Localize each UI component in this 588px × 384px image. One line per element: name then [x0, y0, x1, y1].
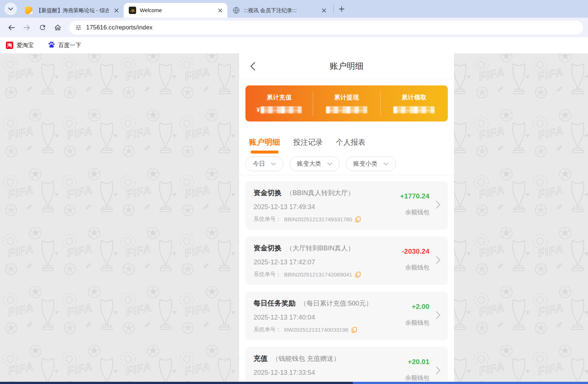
masked-amount — [326, 106, 367, 113]
record-item[interactable]: 充值 （钱能钱包 充值赠送） 2025-12-13 17:33:54 系统单号：… — [245, 347, 448, 382]
home-button[interactable] — [52, 21, 64, 34]
order-label: 系统单号： — [254, 216, 281, 223]
chevron-down-icon — [327, 162, 332, 166]
tab-welcome[interactable]: Welcome — [124, 3, 227, 18]
plus-icon — [339, 6, 344, 12]
browser-toolbar: 175616.cc/reports/index — [0, 18, 588, 37]
record-amount: -2030.24 — [402, 247, 429, 256]
tab-search-button[interactable] — [4, 3, 17, 15]
filter-label: 今日 — [253, 160, 265, 168]
record-time: 2025-12-13 17:49:34 — [254, 203, 393, 211]
record-item[interactable]: 资金切换 （大厅转到BBIN真人） 2025-12-13 17:42:07 系统… — [245, 236, 448, 285]
back-button[interactable] — [5, 21, 18, 34]
order-number: BBIN202512131749331780 — [284, 216, 352, 222]
account-detail-panel: 账户明细 累计充值 ¥ 累计提现 累计领取 账户明细 投注记录 个人报表 — [239, 53, 454, 382]
tab-title: Welcome — [140, 7, 213, 13]
new-tab-button[interactable] — [336, 3, 347, 14]
record-time: 2025-12-13 17:33:54 — [254, 369, 393, 377]
summary-value-masked: ¥ — [256, 106, 302, 114]
record-time: 2025-12-13 17:40:04 — [254, 314, 393, 321]
summary-value-masked — [326, 106, 367, 114]
filter-label: 账变小类 — [353, 160, 378, 168]
masked-amount — [393, 106, 435, 113]
record-wallet: 余额钱包 — [405, 208, 429, 216]
filter-minor-category-dropdown[interactable]: 账变小类 — [346, 156, 396, 171]
chevron-right-icon[interactable] — [436, 201, 440, 210]
record-time: 2025-12-13 17:42:07 — [254, 258, 393, 266]
masked-amount — [261, 106, 302, 113]
bookmark-label: 爱淘宝 — [17, 42, 34, 49]
copy-icon[interactable] — [351, 327, 357, 333]
forum-favicon-icon — [25, 7, 32, 14]
order-label: 系统单号： — [254, 326, 281, 333]
summary-total-deposit: 累计充值 ¥ — [245, 85, 313, 121]
filter-date-dropdown[interactable]: 今日 — [245, 156, 283, 171]
tab-title: :::视讯 会员下注纪录::: — [244, 7, 316, 14]
copy-icon[interactable] — [355, 216, 361, 222]
tab-bet-records[interactable]: 投注记录 — [293, 137, 323, 154]
order-number: RW202512131740033196 — [284, 327, 348, 333]
taobao-icon: 淘 — [6, 42, 13, 49]
record-wallet: 余额钱包 — [405, 264, 429, 272]
close-tab-icon[interactable] — [113, 7, 120, 14]
summary-label: 累计充值 — [267, 94, 292, 102]
record-type: 充值 — [254, 354, 268, 363]
site-settings-tune-icon[interactable] — [75, 24, 82, 31]
bookmark-taobao[interactable]: 淘 爱淘宝 — [6, 42, 34, 49]
browser-tab-strip: 【新提醒】海燕策略论坛 - 综合 Welcome :::视讯 会员下注纪录::: — [0, 0, 588, 18]
record-amount: +20.01 — [408, 358, 429, 366]
forward-arrow-icon — [23, 24, 31, 32]
record-wallet: 余额钱包 — [405, 319, 429, 327]
tab-divider — [333, 5, 334, 13]
record-list: 资金切换 （BBIN真人转到大厅） 2025-12-13 17:49:34 系统… — [239, 175, 454, 382]
bookmarks-bar: 淘 爱淘宝 百度一下 — [0, 37, 588, 53]
forward-button[interactable] — [21, 21, 33, 34]
record-note: （每日累计充值:500元） — [300, 299, 372, 308]
tab-forum[interactable]: 【新提醒】海燕策略论坛 - 综合 — [20, 3, 124, 18]
section-tabs: 账户明细 投注记录 个人报表 — [239, 128, 454, 154]
record-note: （钱能钱包 充值赠送） — [272, 354, 340, 363]
address-bar[interactable]: 175616.cc/reports/index — [69, 21, 583, 35]
globe-icon — [233, 7, 240, 14]
bookmark-label: 百度一下 — [59, 42, 81, 49]
filter-major-category-dropdown[interactable]: 账变大类 — [290, 156, 340, 171]
reload-icon — [39, 24, 46, 31]
home-icon — [54, 24, 62, 32]
record-item[interactable]: 每日任务奖励 （每日累计充值:500元） 2025-12-13 17:40:04… — [245, 292, 448, 340]
chevron-right-icon[interactable] — [436, 256, 440, 265]
url-text[interactable]: 175616.cc/reports/index — [86, 24, 153, 31]
page-back-button[interactable] — [249, 61, 258, 71]
chevron-right-icon[interactable] — [436, 366, 440, 376]
reload-button[interactable] — [36, 21, 49, 34]
filter-label: 账变大类 — [297, 160, 321, 168]
record-note: （大厅转到BBIN真人） — [286, 244, 354, 253]
tab-title: 【新提醒】海燕策略论坛 - 综合 — [36, 7, 109, 14]
record-wallet: 余额钱包 — [405, 374, 429, 382]
order-label: 系统单号： — [254, 381, 281, 382]
record-type: 资金切换 — [254, 243, 281, 253]
record-type: 每日任务奖励 — [254, 299, 295, 308]
record-amount: +1770.24 — [400, 192, 429, 200]
record-type: 资金切换 — [254, 188, 281, 198]
record-note: （BBIN真人转到大厅） — [286, 189, 354, 197]
close-tab-icon[interactable] — [216, 7, 224, 14]
chevron-right-icon[interactable] — [436, 311, 440, 321]
filter-row: 今日 账变大类 账变小类 — [239, 154, 454, 175]
record-amount: +2.00 — [412, 303, 429, 311]
tab-personal-report[interactable]: 个人报表 — [336, 137, 365, 154]
summary-value-masked — [393, 106, 435, 114]
page-title: 账户明细 — [330, 60, 364, 72]
record-item[interactable]: 资金切换 （BBIN真人转到大厅） 2025-12-13 17:49:34 系统… — [245, 181, 448, 230]
baidu-paw-icon — [48, 41, 55, 50]
summary-label: 累计提现 — [334, 94, 359, 102]
chevron-down-icon — [383, 162, 389, 166]
summary-label: 累计领取 — [401, 94, 426, 102]
yen-symbol: ¥ — [256, 106, 260, 114]
summary-total-withdrawal: 累计提现 — [313, 85, 380, 121]
close-tab-icon[interactable] — [320, 7, 327, 14]
copy-icon[interactable] — [355, 272, 361, 278]
tab-account-detail[interactable]: 账户明细 — [249, 137, 280, 154]
tab-betting-records[interactable]: :::视讯 会员下注纪录::: — [227, 3, 331, 18]
bookmark-baidu[interactable]: 百度一下 — [48, 41, 81, 50]
back-arrow-icon — [7, 24, 15, 32]
